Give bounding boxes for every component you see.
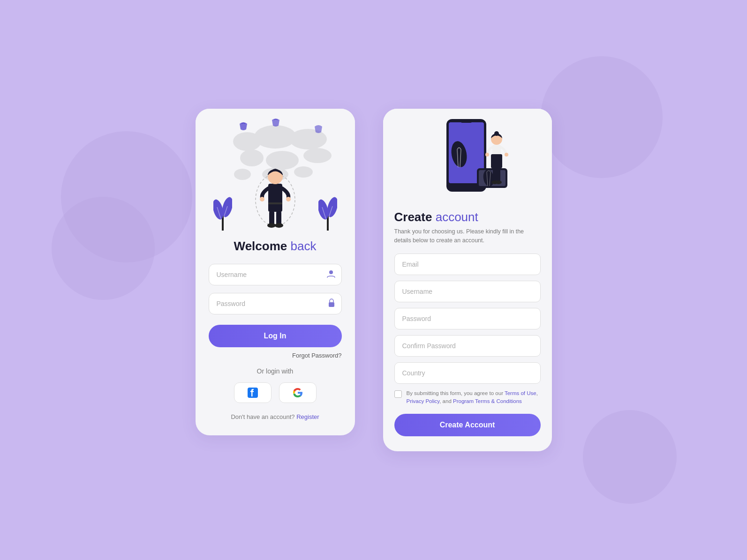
- phone-illustration-icon: [421, 112, 514, 199]
- bg-circle-4: [583, 410, 677, 504]
- register-illustration: [383, 109, 552, 202]
- svg-rect-37: [492, 145, 501, 155]
- register-content: Create account Thank you for choosing us…: [383, 202, 552, 436]
- cards-container: Welcome back: [196, 109, 552, 451]
- terms-text: By submitting this form, you agree to ou…: [407, 389, 541, 406]
- svg-rect-30: [460, 119, 472, 123]
- svg-rect-38: [491, 154, 502, 168]
- social-buttons: [209, 382, 342, 403]
- confirm-password-input[interactable]: [394, 335, 541, 357]
- welcome-title: Welcome back: [209, 239, 342, 254]
- google-login-button[interactable]: [279, 382, 317, 403]
- svg-point-5: [303, 148, 332, 163]
- email-input[interactable]: [394, 254, 541, 275]
- svg-point-19: [286, 197, 291, 202]
- password-input[interactable]: [209, 293, 342, 314]
- plant-left-icon: [213, 184, 232, 231]
- privacy-policy-link[interactable]: Privacy Policy: [407, 398, 440, 404]
- svg-point-44: [495, 180, 502, 184]
- google-icon: [293, 388, 303, 398]
- register-card: Create account Thank you for choosing us…: [383, 109, 552, 451]
- create-subtitle: Thank you for choosing us. Please kindly…: [394, 227, 541, 245]
- login-button[interactable]: Log In: [209, 325, 342, 347]
- bucket-icon-1: [238, 119, 249, 132]
- login-card: Welcome back: [196, 109, 355, 435]
- plant-right-icon: [318, 184, 337, 231]
- person-login-icon: [252, 146, 299, 231]
- login-content: Welcome back: [196, 231, 355, 420]
- bucket-icon-2: [271, 116, 281, 128]
- country-input[interactable]: [394, 362, 541, 384]
- svg-rect-41: [493, 168, 497, 181]
- create-bold: Create: [394, 210, 432, 224]
- forgot-password-link[interactable]: Forgot Password?: [209, 352, 342, 359]
- facebook-icon: [248, 388, 258, 398]
- username-group: [209, 264, 342, 285]
- create-accent: account: [436, 210, 478, 224]
- bg-circle-2: [52, 197, 155, 300]
- bg-circle-3: [541, 56, 663, 178]
- login-illustration: [196, 109, 355, 231]
- password-group: [209, 293, 342, 314]
- register-text: Don't have an account? Register: [209, 413, 342, 420]
- svg-point-39: [485, 153, 489, 157]
- svg-rect-42: [497, 168, 500, 181]
- lock-icon: [328, 299, 335, 309]
- svg-rect-21: [276, 211, 281, 225]
- svg-point-23: [275, 223, 283, 228]
- svg-rect-16: [268, 184, 282, 212]
- bucket-icon-3: [314, 123, 323, 134]
- program-terms-link[interactable]: Program Terms & Conditions: [453, 398, 522, 404]
- svg-point-22: [267, 223, 276, 228]
- svg-rect-24: [268, 202, 282, 204]
- reg-password-input[interactable]: [394, 308, 541, 329]
- svg-point-36: [494, 131, 499, 136]
- terms-row: By submitting this form, you agree to ou…: [394, 389, 541, 406]
- or-divider: Or login with: [209, 367, 342, 375]
- svg-point-25: [329, 270, 333, 274]
- user-icon: [327, 269, 335, 280]
- welcome-bold: Welcome: [234, 239, 287, 253]
- register-link[interactable]: Register: [296, 413, 319, 420]
- create-account-button[interactable]: Create Account: [394, 414, 541, 436]
- facebook-login-button[interactable]: [234, 382, 272, 403]
- reg-username-input[interactable]: [394, 281, 541, 302]
- svg-rect-26: [329, 302, 334, 307]
- svg-point-18: [260, 197, 264, 202]
- svg-point-40: [505, 153, 508, 157]
- terms-checkbox[interactable]: [394, 390, 402, 398]
- welcome-accent: back: [291, 239, 317, 253]
- terms-of-use-link[interactable]: Terms of Use: [505, 390, 536, 396]
- username-input[interactable]: [209, 264, 342, 285]
- svg-rect-20: [269, 211, 274, 225]
- create-title: Create account: [394, 210, 541, 224]
- svg-point-8: [234, 169, 251, 180]
